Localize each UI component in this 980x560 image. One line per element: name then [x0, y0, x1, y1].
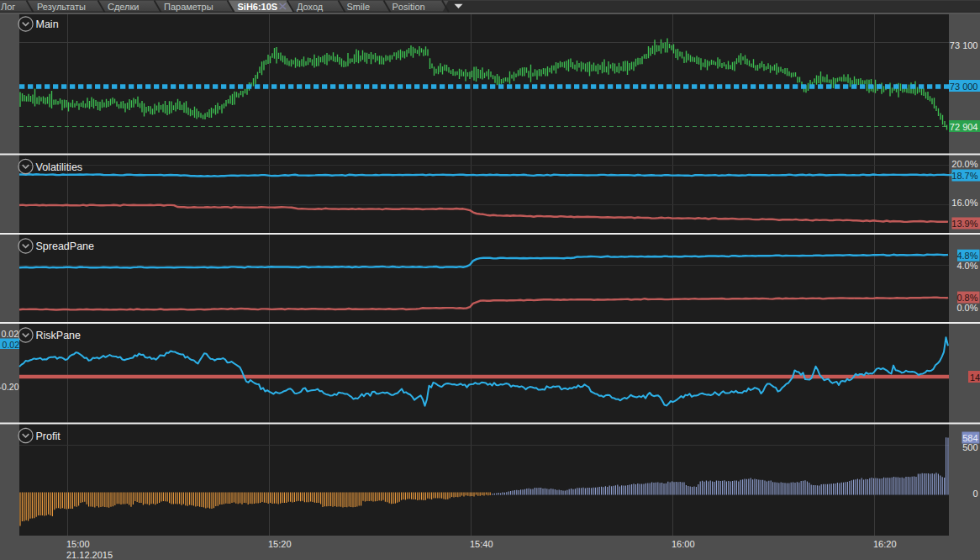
svg-text:16:20: 16:20 — [873, 539, 897, 549]
svg-text:73 100: 73 100 — [950, 40, 978, 50]
svg-text:Position: Position — [393, 2, 425, 12]
svg-text:73 000: 73 000 — [950, 82, 978, 92]
svg-text:72 904: 72 904 — [950, 122, 978, 132]
svg-text:500: 500 — [962, 442, 977, 452]
svg-text:Лог: Лог — [1, 2, 15, 12]
svg-text:Main: Main — [36, 18, 59, 30]
svg-text:13.9%: 13.9% — [951, 219, 977, 229]
svg-text:Результаты: Результаты — [37, 2, 86, 12]
svg-text:4.8%: 4.8% — [956, 251, 977, 261]
svg-text:16:00: 16:00 — [672, 539, 695, 549]
svg-text:14: 14 — [970, 372, 980, 383]
svg-text:0.0%: 0.0% — [956, 303, 977, 313]
svg-text:Сделки: Сделки — [108, 2, 140, 12]
svg-text:0.02: 0.02 — [2, 329, 19, 339]
svg-text:16.0%: 16.0% — [951, 198, 977, 208]
svg-text:0.02: 0.02 — [3, 340, 20, 350]
svg-text:Доход: Доход — [297, 2, 324, 12]
svg-text:15:40: 15:40 — [470, 539, 493, 549]
svg-text:-0.20: -0.20 — [0, 382, 19, 392]
svg-text:SpreadPane: SpreadPane — [36, 240, 95, 252]
svg-text:15:20: 15:20 — [268, 539, 292, 549]
svg-text:RiskPane: RiskPane — [36, 330, 82, 341]
svg-text:Параметры: Параметры — [164, 2, 213, 12]
svg-text:15:00: 15:00 — [66, 539, 90, 549]
svg-text:Profit: Profit — [36, 431, 61, 442]
svg-text:0.8%: 0.8% — [956, 293, 977, 303]
svg-text:0: 0 — [972, 489, 977, 499]
svg-text:Smile: Smile — [347, 2, 371, 12]
svg-text:20.0%: 20.0% — [951, 159, 977, 169]
svg-text:4.0%: 4.0% — [956, 261, 977, 271]
svg-text:18.7%: 18.7% — [951, 171, 977, 181]
svg-text:21.12.2015: 21.12.2015 — [66, 550, 113, 560]
svg-text:SiH6:10S: SiH6:10S — [238, 2, 278, 12]
svg-text:Volatilities: Volatilities — [36, 161, 83, 173]
